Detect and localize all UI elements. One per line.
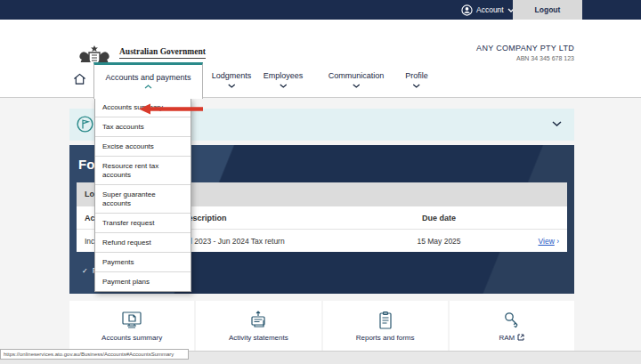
tile-reports-and-forms[interactable]: Reports and forms [323, 301, 448, 351]
logout-button[interactable]: Logout [513, 0, 582, 20]
menu-item-super-guarantee-accounts[interactable]: Super guarantee accounts [95, 185, 191, 214]
logo-divider [119, 58, 206, 59]
account-menu[interactable]: Account [461, 0, 515, 20]
clipboard-icon [375, 311, 396, 330]
nav-item-accounts-and-payments[interactable]: Accounts and payments [93, 62, 203, 99]
col-header-due-date: Due date [381, 214, 497, 222]
top-bar: Account Logout [0, 0, 641, 20]
monitor-document-icon [121, 311, 142, 330]
ram-label-text: RAM [499, 334, 515, 342]
account-person-icon [461, 4, 473, 16]
quick-link-tiles: Accounts summary Activity statements Rep… [69, 301, 574, 351]
tile-label: Activity statements [229, 334, 288, 342]
check-icon: ✓ [82, 267, 88, 275]
nav-lodgments-label: Lodgments [212, 71, 252, 80]
menu-item-tax-accounts[interactable]: Tax accounts [95, 117, 191, 137]
main-nav: Accounts and payments Lodgments Employee… [0, 62, 641, 98]
flag-icon [77, 116, 93, 133]
company-abn: ABN 34 345 678 123 [392, 55, 574, 61]
tile-label: Accounts summary [101, 334, 162, 342]
nav-item-profile[interactable]: Profile [405, 71, 428, 88]
gov-title: Australian Government [119, 47, 206, 56]
chevron-down-icon [264, 84, 304, 88]
home-icon[interactable] [73, 73, 86, 85]
menu-item-refund-request[interactable]: Refund request [95, 233, 191, 253]
menu-item-payments[interactable]: Payments [95, 253, 191, 272]
accounts-payments-dropdown: Accounts summary Tax accounts Excise acc… [94, 98, 191, 292]
chevron-up-icon [94, 85, 202, 89]
menu-item-resource-rent-tax-accounts[interactable]: Resource rent tax accounts [95, 157, 191, 185]
nav-communication-label: Communication [329, 71, 385, 80]
tile-label: Reports and forms [356, 334, 415, 342]
tile-activity-statements[interactable]: Activity statements [196, 301, 320, 351]
red-pointer-arrow [139, 103, 203, 115]
view-caret-icon: › [556, 237, 559, 246]
status-bar-url: https://onlineservices.ato.gov.au/Busine… [0, 349, 189, 360]
nav-item-lodgments[interactable]: Lodgments [212, 71, 252, 88]
menu-item-excise-accounts[interactable]: Excise accounts [95, 137, 191, 157]
tile-accounts-summary[interactable]: Accounts summary [69, 301, 194, 351]
tile-label: RAM [499, 334, 524, 342]
tile-ram[interactable]: RAM [450, 301, 574, 351]
chevron-down-icon [329, 84, 385, 88]
cell-due-date: 15 May 2025 [381, 237, 497, 246]
col-header-description: Description [183, 214, 381, 222]
nav-profile-label: Profile [405, 71, 428, 80]
company-name: ANY COMPANY PTY LTD [392, 44, 574, 53]
key-icon [501, 311, 523, 330]
cell-action: View › [497, 237, 559, 246]
page-header: Australian Government Australian Taxatio… [0, 20, 641, 62]
nav-employees-label: Employees [264, 71, 304, 80]
account-label: Account [476, 5, 504, 14]
nav-item-communication[interactable]: Communication [329, 71, 385, 88]
menu-item-payment-plans[interactable]: Payment plans [95, 272, 191, 291]
menu-item-transfer-request[interactable]: Transfer request [95, 214, 191, 233]
cell-description: Jul 2023 - Jun 2024 Tax return [183, 237, 381, 246]
view-link[interactable]: View [539, 237, 555, 246]
notification-expand-chevron-icon[interactable] [552, 121, 562, 126]
chevron-down-icon [405, 84, 428, 88]
nav-accounts-label: Accounts and payments [105, 73, 191, 82]
chevron-down-icon [212, 84, 252, 88]
external-link-icon [517, 334, 524, 341]
statement-icon [247, 311, 269, 330]
nav-item-employees[interactable]: Employees [264, 71, 304, 88]
logout-label: Logout [535, 5, 561, 14]
